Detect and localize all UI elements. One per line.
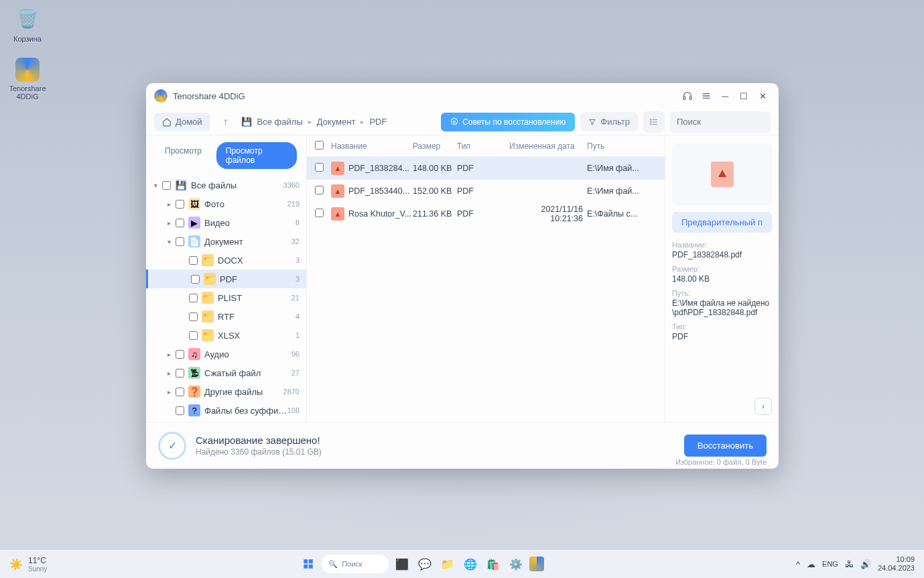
file-path: E:\Имя фай... — [587, 164, 665, 173]
home-button[interactable]: Домой — [154, 113, 210, 131]
tree-item-сжатый-файл[interactable]: ▸🗜Сжатый файл27 — [146, 363, 306, 382]
tree-item-pdf[interactable]: 📁PDF3 — [146, 270, 306, 288]
taskbar-task-view[interactable]: ⬛ — [393, 555, 411, 573]
tab-file-view[interactable]: Просмотр файлов — [216, 142, 297, 169]
file-row[interactable]: ▲PDF_1838284...148.00 KBPDFE:\Имя фай... — [307, 157, 665, 180]
tree-item-checkbox[interactable] — [189, 294, 198, 302]
search-box[interactable] — [670, 111, 771, 133]
column-type[interactable]: Тип — [457, 141, 509, 151]
taskbar-settings[interactable]: ⚙️ — [507, 555, 525, 573]
file-date: 2021/11/16 10:21:36 — [509, 205, 587, 223]
expand-icon[interactable]: ▸ — [165, 200, 173, 208]
clock-date: 24.04.2023 — [878, 564, 915, 573]
folder-icon: ? — [188, 404, 200, 416]
expand-icon[interactable]: ▸ — [165, 219, 173, 227]
tree-item-видео[interactable]: ▸▶Видео8 — [146, 213, 306, 232]
tree-item-checkbox[interactable] — [189, 256, 198, 265]
list-view-button[interactable] — [643, 111, 665, 133]
maximize-button[interactable]: ☐ — [734, 86, 753, 105]
status-title: Сканирование завершено! — [196, 435, 322, 446]
tray-language[interactable]: ENG — [822, 560, 838, 568]
file-list-header: Название Размер Тип Измененная дата Путь — [307, 135, 665, 157]
folder-icon: ♫ — [188, 348, 200, 360]
minimize-button[interactable]: ─ — [716, 86, 734, 105]
select-all-checkbox[interactable] — [315, 141, 324, 150]
column-size[interactable]: Размер — [413, 141, 457, 151]
recovery-tips-button[interactable]: ⦿ Советы по восстановлению — [441, 113, 575, 131]
tree-item-файлы-без-суффикса[interactable]: ?Файлы без суффикса108 — [146, 401, 306, 420]
tab-preview[interactable]: Просмотр — [155, 142, 211, 169]
column-name[interactable]: Название — [331, 141, 413, 151]
file-tree: ▾💾Все файлы3360▸🖼Фото219▸▶Видео8▾📄Докуме… — [146, 176, 306, 422]
tray-onedrive-icon[interactable]: ☁ — [807, 559, 815, 569]
svg-point-10 — [651, 123, 651, 124]
meta-path-value: E:\Имя файла не найдено\pdf\PDF_18382848… — [672, 298, 772, 317]
column-date[interactable]: Измененная дата — [509, 141, 587, 151]
tree-item-label: XLSX — [218, 331, 295, 341]
breadcrumb-all-files[interactable]: Все файлы — [257, 117, 303, 127]
start-button[interactable] — [299, 555, 318, 573]
tree-item-checkbox[interactable] — [176, 219, 184, 227]
expand-icon[interactable]: ▾ — [165, 238, 173, 245]
tree-item-checkbox[interactable] — [176, 388, 184, 396]
expand-icon[interactable]: ▸ — [165, 369, 173, 377]
close-button[interactable]: ✕ — [753, 86, 772, 105]
tree-item-checkbox[interactable] — [162, 181, 171, 190]
taskbar-search[interactable]: 🔍 Поиск — [322, 555, 389, 573]
search-input[interactable] — [677, 117, 779, 127]
tree-item-rtf[interactable]: 📁RTF4 — [146, 307, 306, 326]
up-button[interactable]: ↑ — [216, 112, 236, 132]
file-row[interactable]: ▲PDF_1853440...152.00 KBPDFE:\Имя фай... — [307, 180, 665, 203]
next-button[interactable]: › — [754, 398, 772, 415]
tree-item-checkbox[interactable] — [176, 350, 184, 359]
taskbar-weather[interactable]: ☀️ 11°C Sunny — [9, 556, 47, 573]
tree-item-checkbox[interactable] — [189, 312, 198, 321]
taskbar-edge[interactable]: 🌐 — [461, 555, 480, 573]
taskbar-store[interactable]: 🛍️ — [484, 555, 503, 573]
tray-volume-icon[interactable]: 🔊 — [860, 559, 871, 569]
menu-icon[interactable] — [697, 86, 716, 105]
tree-item-docx[interactable]: 📁DOCX3 — [146, 251, 306, 270]
expand-icon[interactable]: ▸ — [165, 388, 173, 396]
tree-item-xlsx[interactable]: 📁XLSX1 — [146, 326, 306, 345]
breadcrumb-pdf[interactable]: PDF — [369, 117, 387, 127]
filter-button[interactable]: Фильтр — [580, 112, 638, 131]
file-row-checkbox[interactable] — [315, 186, 324, 194]
tree-item-все-файлы[interactable]: ▾💾Все файлы3360 — [146, 176, 306, 194]
tree-item-checkbox[interactable] — [189, 331, 198, 340]
tray-clock[interactable]: 10:09 24.04.2023 — [878, 555, 915, 573]
desktop-recycle-bin[interactable]: 🗑️ Корзина — [4, 5, 51, 43]
preview-button[interactable]: Предварительный п — [672, 212, 772, 233]
taskbar-4ddig[interactable] — [529, 557, 544, 571]
tree-item-checkbox[interactable] — [176, 200, 184, 209]
tree-item-checkbox[interactable] — [176, 237, 184, 246]
tree-item-другие-файлы[interactable]: ▸❓Другие файлы2870 — [146, 382, 306, 401]
desktop-app-shortcut[interactable]: Tenorshare 4DDiG — [4, 58, 51, 101]
taskbar-chat[interactable]: 💬 — [415, 555, 434, 573]
file-row-checkbox[interactable] — [315, 209, 324, 217]
recover-button[interactable]: Восстановить — [684, 435, 767, 457]
expand-icon[interactable]: ▸ — [165, 351, 173, 358]
tree-item-checkbox[interactable] — [191, 275, 200, 284]
tree-item-count: 108 — [287, 406, 300, 414]
tree-item-документ[interactable]: ▾📄Документ32 — [146, 232, 306, 251]
breadcrumb: 💾 Все файлы ▸ Документ ▸ PDF — [241, 117, 387, 127]
recycle-bin-label: Корзина — [4, 35, 51, 43]
scan-complete-icon: ✓ — [158, 432, 186, 460]
tray-network-icon[interactable]: 🖧 — [845, 559, 854, 569]
column-path[interactable]: Путь — [587, 141, 665, 151]
file-row[interactable]: ▲Rosa Khutor_V...211.36 KBPDF2021/11/16 … — [307, 203, 665, 225]
tree-item-label: Документ — [204, 237, 291, 247]
tray-chevron-icon[interactable]: ^ — [796, 559, 800, 569]
file-row-checkbox[interactable] — [315, 163, 324, 172]
tree-item-plist[interactable]: 📁PLIST21 — [146, 288, 306, 307]
tree-item-checkbox[interactable] — [176, 369, 184, 378]
taskbar-explorer[interactable]: 📁 — [438, 555, 457, 573]
headphones-icon[interactable] — [678, 86, 697, 105]
breadcrumb-document[interactable]: Документ — [317, 117, 356, 127]
tree-item-аудио[interactable]: ▸♫Аудио96 — [146, 345, 306, 363]
expand-icon[interactable]: ▾ — [151, 182, 159, 189]
tree-item-checkbox[interactable] — [176, 406, 184, 415]
tree-item-count: 3 — [295, 256, 300, 264]
tree-item-фото[interactable]: ▸🖼Фото219 — [146, 194, 306, 213]
